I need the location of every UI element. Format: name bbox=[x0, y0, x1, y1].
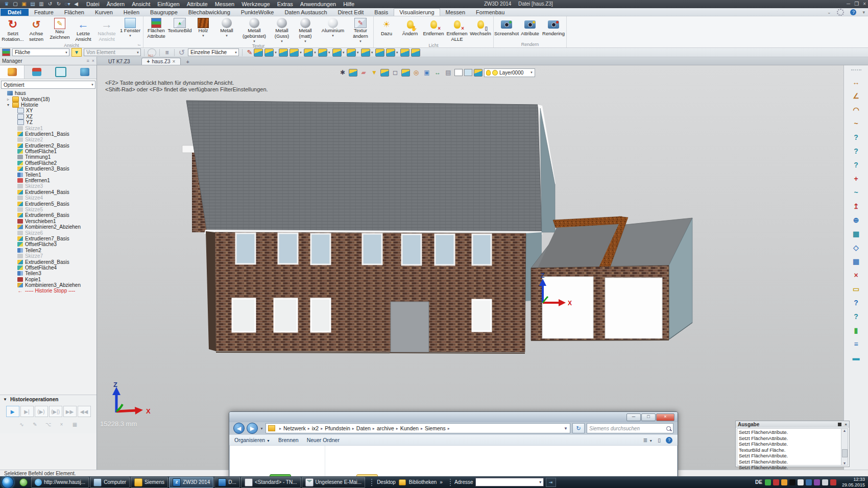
solid-tool-icon[interactable] bbox=[254, 48, 263, 57]
delete-button[interactable]: × bbox=[56, 419, 68, 429]
taskbar-button[interactable]: Siemens bbox=[131, 477, 168, 488]
menu-item[interactable]: Einfügen bbox=[154, 1, 183, 8]
inquire-entity-icon[interactable]: ? bbox=[851, 160, 862, 170]
inquire-surface-icon[interactable]: ? bbox=[851, 146, 862, 156]
key-button[interactable]: ⌥ bbox=[42, 419, 55, 429]
document-tab[interactable]: + haus.Z3 × bbox=[141, 58, 181, 65]
record-icon[interactable] bbox=[789, 479, 795, 485]
ribbon-button[interactable]: Metall (matt)▼ bbox=[294, 17, 317, 43]
ribbon-button[interactable]: Attribute bbox=[518, 17, 542, 41]
new-file-icon[interactable]: ▢ bbox=[12, 1, 19, 8]
menu-item[interactable]: Werkzeuge bbox=[238, 1, 273, 8]
help-icon[interactable]: ? bbox=[850, 9, 856, 15]
solid-tool-icon[interactable] bbox=[361, 48, 370, 57]
active-pick-icon[interactable]: ▼ bbox=[71, 48, 82, 57]
document-tab[interactable]: UT K7.Z3 bbox=[101, 58, 137, 65]
inquire-curve-icon[interactable]: ~ bbox=[851, 187, 862, 198]
output-scrollbar[interactable]: ▲▼ bbox=[841, 428, 848, 466]
unfold-inquiry-icon[interactable]: ◇ bbox=[851, 242, 862, 253]
redo-icon[interactable]: ↻ bbox=[55, 1, 62, 8]
preview-pane-icon[interactable]: ▯ bbox=[658, 437, 661, 443]
error-check-icon[interactable]: × bbox=[851, 270, 862, 280]
restore-button[interactable]: ❐ bbox=[854, 1, 859, 7]
scrollbar-thumb[interactable] bbox=[842, 449, 848, 457]
ribbon-tab[interactable]: Datei bbox=[1, 9, 29, 16]
tree-item[interactable]: Teilen1 bbox=[0, 172, 97, 177]
ribbon-button[interactable]: Setzt Rotation... bbox=[1, 17, 25, 42]
box-inquiry-icon[interactable]: ▭ bbox=[851, 284, 862, 294]
mesh-inquiry-icon[interactable]: ▦ bbox=[851, 229, 862, 239]
view-mode-icon[interactable]: ≣ ▼ bbox=[643, 437, 653, 443]
close-output-icon[interactable]: × bbox=[845, 422, 847, 427]
burn-button[interactable]: Brennen bbox=[278, 437, 299, 443]
ribbon-button[interactable]: Textur ändern▼ bbox=[349, 17, 372, 43]
tree-item[interactable]: Verschieben1 bbox=[0, 218, 97, 224]
clock[interactable]: 12:33 29.05.2015 bbox=[839, 477, 865, 487]
tree-item[interactable]: Trimmung1 bbox=[0, 154, 97, 160]
filter-colors-icon[interactable] bbox=[2, 48, 10, 56]
volume-icon[interactable] bbox=[830, 479, 836, 485]
ribbon-button[interactable]: ×Entfernen bbox=[422, 17, 445, 42]
tree-item-historie[interactable]: ▾Historie bbox=[0, 102, 97, 108]
flag-icon[interactable] bbox=[798, 479, 804, 485]
solid-tool-icon[interactable] bbox=[400, 48, 409, 57]
tree-item[interactable]: Entfernen1 bbox=[0, 178, 97, 183]
layer-box-icon[interactable]: ▬ bbox=[851, 353, 862, 363]
save-icon[interactable]: ▤ bbox=[29, 1, 36, 8]
menu-item[interactable]: Anwendungen bbox=[297, 1, 340, 8]
tree-item[interactable]: Extrudieren4_Basis bbox=[0, 189, 97, 195]
solid-tool-icon[interactable] bbox=[304, 48, 313, 57]
tree-item[interactable]: Extrudieren6_Basis bbox=[0, 212, 97, 218]
menu-item[interactable]: Attribute bbox=[183, 1, 211, 8]
toolbar-grip[interactable] bbox=[851, 69, 861, 72]
manager-tab-visual[interactable] bbox=[0, 65, 25, 79]
explorer-minimize-button[interactable]: ─ bbox=[626, 413, 641, 421]
inquire-point-icon[interactable]: + bbox=[851, 174, 862, 184]
ribbon-button[interactable]: ▯Wechseln bbox=[469, 17, 492, 42]
taskbar-button[interactable]: Computer bbox=[90, 477, 130, 488]
explorer-title-bar[interactable]: ─ □ × bbox=[229, 412, 678, 422]
ribbon-button[interactable]: Rendering bbox=[542, 17, 565, 41]
tree-item[interactable]: OffsetFläche2 bbox=[0, 160, 97, 166]
back-button[interactable]: ◀ bbox=[233, 423, 245, 434]
breadcrumb-segment[interactable]: Siemens bbox=[425, 425, 446, 431]
ribbon-button[interactable]: ✋Ändern bbox=[398, 17, 422, 42]
tree-item[interactable]: Skizze4 bbox=[0, 195, 97, 201]
ribbon-button[interactable]: Achse setzen bbox=[25, 17, 48, 42]
tree-item-volumen[interactable]: ▹Volumen(18) bbox=[0, 96, 97, 102]
menu-item[interactable]: Ändern bbox=[103, 1, 128, 8]
close-tab-icon[interactable]: × bbox=[173, 59, 176, 64]
entity-filter-combo[interactable]: Fläche▼ bbox=[12, 48, 69, 56]
ribbon-button[interactable]: Metall (Guss)▼ bbox=[270, 17, 294, 43]
tree-item[interactable]: YZ bbox=[0, 119, 97, 125]
image-button[interactable]: ▦ bbox=[69, 419, 81, 429]
ribbon-tab[interactable]: Heilen bbox=[118, 9, 144, 16]
tree-item[interactable]: Kopie1 bbox=[0, 277, 97, 282]
list-inquiry-icon[interactable]: ≡ bbox=[851, 339, 862, 349]
tree-item[interactable]: OffsetFläche4 bbox=[0, 265, 97, 271]
taskbar-button[interactable]: Ungelesene E-Mai... bbox=[302, 477, 366, 488]
breadcrumb-segment[interactable]: Kunden bbox=[400, 425, 419, 431]
address-go-icon[interactable]: ⇥ bbox=[546, 478, 556, 487]
solid-tool-icon[interactable] bbox=[290, 48, 299, 57]
tree-item[interactable]: Extrudieren1_Basis bbox=[0, 131, 97, 137]
compare-mesh-icon[interactable]: ▦ bbox=[851, 256, 862, 266]
tree-item[interactable]: XY bbox=[0, 108, 97, 113]
tree-item[interactable]: Extrudieren5_Basis bbox=[0, 201, 97, 206]
tree-item[interactable]: Skizze7 bbox=[0, 253, 97, 259]
breadcrumb-segment[interactable]: Pfundstein bbox=[325, 425, 350, 431]
explorer-maximize-button[interactable]: □ bbox=[641, 413, 656, 421]
tree-item[interactable]: Skizze3 bbox=[0, 183, 97, 189]
sync-icon[interactable] bbox=[822, 479, 828, 485]
tree-item[interactable]: Skizze5 bbox=[0, 207, 97, 212]
address-dropdown-icon[interactable]: ▼ bbox=[564, 426, 570, 431]
ribbon-tab[interactable]: Flächen bbox=[59, 9, 89, 16]
play-history-button[interactable]: ▶ bbox=[6, 406, 19, 417]
breadcrumb-segment[interactable]: ix2 bbox=[312, 425, 319, 431]
new-tab-button[interactable]: + bbox=[186, 59, 189, 65]
collapse-section-icon[interactable]: ▼ bbox=[3, 397, 7, 402]
ribbon-tab[interactable]: PunkteWolke bbox=[236, 9, 279, 16]
libraries-label[interactable]: Bibliotheken bbox=[409, 479, 437, 485]
list-pick-icon[interactable]: ≡ bbox=[163, 48, 171, 56]
history-dropdown-icon[interactable]: ▼ bbox=[260, 427, 263, 430]
